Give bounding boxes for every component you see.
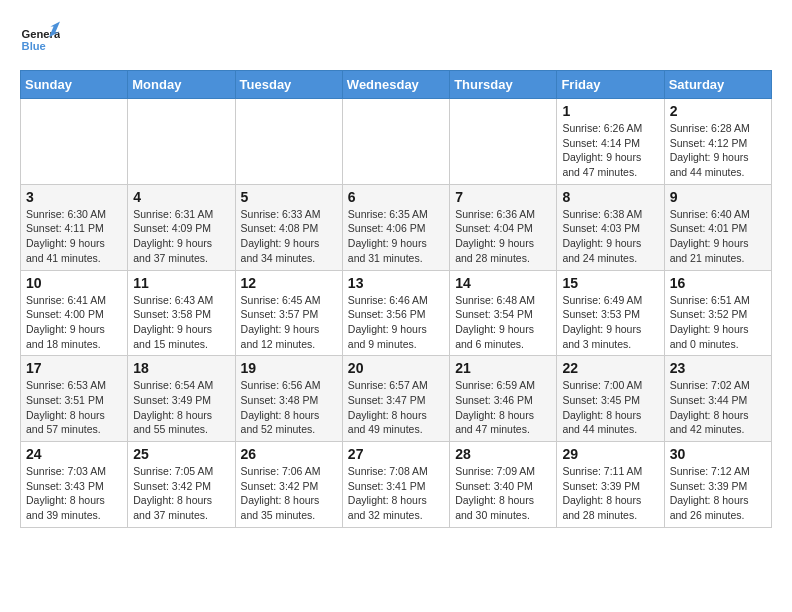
calendar-cell: 19Sunrise: 6:56 AM Sunset: 3:48 PM Dayli…	[235, 356, 342, 442]
day-info: Sunrise: 6:26 AM Sunset: 4:14 PM Dayligh…	[562, 121, 658, 180]
calendar-cell: 20Sunrise: 6:57 AM Sunset: 3:47 PM Dayli…	[342, 356, 449, 442]
day-number: 12	[241, 275, 337, 291]
day-number: 3	[26, 189, 122, 205]
day-number: 26	[241, 446, 337, 462]
logo-icon: General Blue	[20, 20, 60, 60]
calendar-cell: 3Sunrise: 6:30 AM Sunset: 4:11 PM Daylig…	[21, 184, 128, 270]
svg-text:Blue: Blue	[22, 40, 46, 52]
calendar-cell: 21Sunrise: 6:59 AM Sunset: 3:46 PM Dayli…	[450, 356, 557, 442]
day-number: 14	[455, 275, 551, 291]
day-number: 20	[348, 360, 444, 376]
day-info: Sunrise: 6:36 AM Sunset: 4:04 PM Dayligh…	[455, 207, 551, 266]
calendar-cell: 7Sunrise: 6:36 AM Sunset: 4:04 PM Daylig…	[450, 184, 557, 270]
day-info: Sunrise: 6:43 AM Sunset: 3:58 PM Dayligh…	[133, 293, 229, 352]
day-number: 29	[562, 446, 658, 462]
day-number: 16	[670, 275, 766, 291]
day-number: 19	[241, 360, 337, 376]
calendar-cell: 6Sunrise: 6:35 AM Sunset: 4:06 PM Daylig…	[342, 184, 449, 270]
calendar-cell	[342, 99, 449, 185]
day-info: Sunrise: 7:09 AM Sunset: 3:40 PM Dayligh…	[455, 464, 551, 523]
calendar-week-row: 24Sunrise: 7:03 AM Sunset: 3:43 PM Dayli…	[21, 442, 772, 528]
calendar-cell: 9Sunrise: 6:40 AM Sunset: 4:01 PM Daylig…	[664, 184, 771, 270]
day-info: Sunrise: 7:02 AM Sunset: 3:44 PM Dayligh…	[670, 378, 766, 437]
calendar-cell: 14Sunrise: 6:48 AM Sunset: 3:54 PM Dayli…	[450, 270, 557, 356]
calendar-week-row: 10Sunrise: 6:41 AM Sunset: 4:00 PM Dayli…	[21, 270, 772, 356]
calendar-cell	[235, 99, 342, 185]
weekday-header: Sunday	[21, 71, 128, 99]
day-number: 17	[26, 360, 122, 376]
calendar-cell: 5Sunrise: 6:33 AM Sunset: 4:08 PM Daylig…	[235, 184, 342, 270]
day-info: Sunrise: 6:53 AM Sunset: 3:51 PM Dayligh…	[26, 378, 122, 437]
calendar-cell: 25Sunrise: 7:05 AM Sunset: 3:42 PM Dayli…	[128, 442, 235, 528]
day-number: 11	[133, 275, 229, 291]
day-info: Sunrise: 7:11 AM Sunset: 3:39 PM Dayligh…	[562, 464, 658, 523]
calendar-week-row: 1Sunrise: 6:26 AM Sunset: 4:14 PM Daylig…	[21, 99, 772, 185]
calendar-cell	[21, 99, 128, 185]
page-container: General Blue SundayMondayTuesdayWednesda…	[0, 0, 792, 538]
calendar-header-row: SundayMondayTuesdayWednesdayThursdayFrid…	[21, 71, 772, 99]
day-info: Sunrise: 6:33 AM Sunset: 4:08 PM Dayligh…	[241, 207, 337, 266]
calendar-cell: 16Sunrise: 6:51 AM Sunset: 3:52 PM Dayli…	[664, 270, 771, 356]
day-info: Sunrise: 6:51 AM Sunset: 3:52 PM Dayligh…	[670, 293, 766, 352]
day-number: 22	[562, 360, 658, 376]
weekday-header: Thursday	[450, 71, 557, 99]
day-info: Sunrise: 7:00 AM Sunset: 3:45 PM Dayligh…	[562, 378, 658, 437]
weekday-header: Wednesday	[342, 71, 449, 99]
day-number: 7	[455, 189, 551, 205]
calendar-week-row: 3Sunrise: 6:30 AM Sunset: 4:11 PM Daylig…	[21, 184, 772, 270]
calendar-cell: 30Sunrise: 7:12 AM Sunset: 3:39 PM Dayli…	[664, 442, 771, 528]
day-info: Sunrise: 6:49 AM Sunset: 3:53 PM Dayligh…	[562, 293, 658, 352]
weekday-header: Tuesday	[235, 71, 342, 99]
calendar-cell: 27Sunrise: 7:08 AM Sunset: 3:41 PM Dayli…	[342, 442, 449, 528]
day-number: 5	[241, 189, 337, 205]
day-number: 10	[26, 275, 122, 291]
day-number: 6	[348, 189, 444, 205]
calendar-cell: 22Sunrise: 7:00 AM Sunset: 3:45 PM Dayli…	[557, 356, 664, 442]
calendar-cell: 12Sunrise: 6:45 AM Sunset: 3:57 PM Dayli…	[235, 270, 342, 356]
day-info: Sunrise: 7:08 AM Sunset: 3:41 PM Dayligh…	[348, 464, 444, 523]
weekday-header: Saturday	[664, 71, 771, 99]
calendar-cell: 11Sunrise: 6:43 AM Sunset: 3:58 PM Dayli…	[128, 270, 235, 356]
day-number: 30	[670, 446, 766, 462]
day-number: 18	[133, 360, 229, 376]
day-info: Sunrise: 6:54 AM Sunset: 3:49 PM Dayligh…	[133, 378, 229, 437]
day-number: 23	[670, 360, 766, 376]
day-info: Sunrise: 6:41 AM Sunset: 4:00 PM Dayligh…	[26, 293, 122, 352]
calendar-cell: 13Sunrise: 6:46 AM Sunset: 3:56 PM Dayli…	[342, 270, 449, 356]
calendar-cell: 1Sunrise: 6:26 AM Sunset: 4:14 PM Daylig…	[557, 99, 664, 185]
calendar-cell: 28Sunrise: 7:09 AM Sunset: 3:40 PM Dayli…	[450, 442, 557, 528]
calendar-week-row: 17Sunrise: 6:53 AM Sunset: 3:51 PM Dayli…	[21, 356, 772, 442]
day-info: Sunrise: 6:30 AM Sunset: 4:11 PM Dayligh…	[26, 207, 122, 266]
weekday-header: Monday	[128, 71, 235, 99]
calendar-cell: 26Sunrise: 7:06 AM Sunset: 3:42 PM Dayli…	[235, 442, 342, 528]
header: General Blue	[20, 20, 772, 60]
calendar-cell: 18Sunrise: 6:54 AM Sunset: 3:49 PM Dayli…	[128, 356, 235, 442]
day-info: Sunrise: 6:35 AM Sunset: 4:06 PM Dayligh…	[348, 207, 444, 266]
day-info: Sunrise: 6:46 AM Sunset: 3:56 PM Dayligh…	[348, 293, 444, 352]
weekday-header: Friday	[557, 71, 664, 99]
day-number: 28	[455, 446, 551, 462]
day-info: Sunrise: 7:06 AM Sunset: 3:42 PM Dayligh…	[241, 464, 337, 523]
day-info: Sunrise: 7:03 AM Sunset: 3:43 PM Dayligh…	[26, 464, 122, 523]
day-number: 21	[455, 360, 551, 376]
logo: General Blue	[20, 20, 60, 60]
calendar-cell: 4Sunrise: 6:31 AM Sunset: 4:09 PM Daylig…	[128, 184, 235, 270]
day-info: Sunrise: 6:57 AM Sunset: 3:47 PM Dayligh…	[348, 378, 444, 437]
calendar-cell: 8Sunrise: 6:38 AM Sunset: 4:03 PM Daylig…	[557, 184, 664, 270]
day-number: 8	[562, 189, 658, 205]
day-number: 9	[670, 189, 766, 205]
day-info: Sunrise: 7:12 AM Sunset: 3:39 PM Dayligh…	[670, 464, 766, 523]
day-info: Sunrise: 6:59 AM Sunset: 3:46 PM Dayligh…	[455, 378, 551, 437]
calendar-cell: 2Sunrise: 6:28 AM Sunset: 4:12 PM Daylig…	[664, 99, 771, 185]
day-info: Sunrise: 6:40 AM Sunset: 4:01 PM Dayligh…	[670, 207, 766, 266]
calendar-cell: 15Sunrise: 6:49 AM Sunset: 3:53 PM Dayli…	[557, 270, 664, 356]
calendar-cell	[450, 99, 557, 185]
calendar-cell: 17Sunrise: 6:53 AM Sunset: 3:51 PM Dayli…	[21, 356, 128, 442]
day-info: Sunrise: 6:56 AM Sunset: 3:48 PM Dayligh…	[241, 378, 337, 437]
day-number: 24	[26, 446, 122, 462]
day-number: 13	[348, 275, 444, 291]
day-info: Sunrise: 6:38 AM Sunset: 4:03 PM Dayligh…	[562, 207, 658, 266]
calendar-cell: 24Sunrise: 7:03 AM Sunset: 3:43 PM Dayli…	[21, 442, 128, 528]
day-number: 2	[670, 103, 766, 119]
day-info: Sunrise: 6:45 AM Sunset: 3:57 PM Dayligh…	[241, 293, 337, 352]
